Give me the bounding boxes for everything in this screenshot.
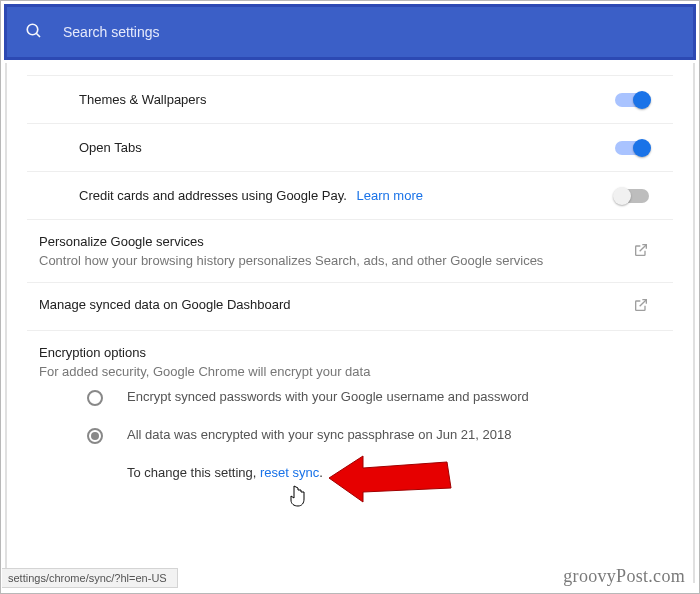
- row-label-open-tabs: Open Tabs: [79, 140, 615, 155]
- dashboard-title: Manage synced data on Google Dashboard: [39, 297, 633, 312]
- svg-point-0: [27, 24, 38, 35]
- encryption-title: Encryption options: [39, 345, 649, 360]
- row-label-themes: Themes & Wallpapers: [79, 92, 615, 107]
- svg-line-1: [36, 33, 40, 37]
- section-personalize-text: Personalize Google services Control how …: [39, 234, 633, 268]
- radio-selected-icon: [87, 428, 103, 444]
- row-google-pay: Credit cards and addresses using Google …: [27, 172, 673, 220]
- reset-suffix: .: [319, 465, 323, 480]
- sync-panel: Themes & Wallpapers Open Tabs Credit car…: [27, 75, 673, 486]
- search-icon: [25, 22, 43, 43]
- toggle-google-pay[interactable]: [615, 189, 649, 203]
- search-bar: [4, 4, 696, 60]
- personalize-sub: Control how your browsing history person…: [39, 253, 633, 268]
- encryption-option-1-label: Encrypt synced passwords with your Googl…: [127, 389, 529, 404]
- external-link-icon: [633, 242, 649, 261]
- watermark: groovyPost.com: [563, 566, 685, 587]
- status-text: settings/chrome/sync/?hl=en-US: [8, 572, 167, 584]
- settings-content: Themes & Wallpapers Open Tabs Credit car…: [5, 63, 695, 583]
- row-text-google-pay: Credit cards and addresses using Google …: [79, 188, 347, 203]
- encryption-option-2-label: All data was encrypted with your sync pa…: [127, 427, 511, 442]
- row-themes: Themes & Wallpapers: [27, 75, 673, 124]
- toggle-open-tabs[interactable]: [615, 141, 649, 155]
- reset-sync-link[interactable]: reset sync: [260, 465, 319, 480]
- radio-icon: [87, 390, 103, 406]
- search-bar-inner: [17, 22, 683, 43]
- reset-prefix: To change this setting,: [127, 465, 260, 480]
- section-encryption: Encryption options For added security, G…: [27, 331, 673, 486]
- toggle-themes[interactable]: [615, 93, 649, 107]
- section-dashboard[interactable]: Manage synced data on Google Dashboard: [27, 283, 673, 331]
- section-dashboard-text: Manage synced data on Google Dashboard: [39, 297, 633, 316]
- section-personalize[interactable]: Personalize Google services Control how …: [27, 220, 673, 283]
- svg-line-2: [640, 244, 647, 251]
- external-link-icon: [633, 297, 649, 316]
- status-bar: settings/chrome/sync/?hl=en-US: [2, 568, 178, 588]
- search-input[interactable]: [63, 24, 675, 40]
- reset-sync-line: To change this setting, reset sync.: [39, 465, 649, 480]
- row-open-tabs: Open Tabs: [27, 124, 673, 172]
- personalize-title: Personalize Google services: [39, 234, 633, 249]
- encryption-option-1[interactable]: Encrypt synced passwords with your Googl…: [87, 389, 649, 405]
- learn-more-link[interactable]: Learn more: [356, 188, 422, 203]
- row-label-google-pay: Credit cards and addresses using Google …: [79, 188, 615, 203]
- svg-line-3: [640, 300, 647, 307]
- encryption-radio-group: Encrypt synced passwords with your Googl…: [39, 379, 649, 443]
- encryption-option-2[interactable]: All data was encrypted with your sync pa…: [87, 427, 649, 443]
- encryption-sub: For added security, Google Chrome will e…: [39, 364, 649, 379]
